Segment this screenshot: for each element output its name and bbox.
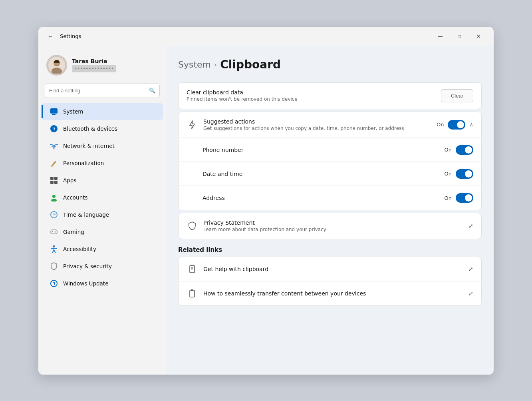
sidebar-item-update[interactable]: Windows Update bbox=[42, 275, 163, 292]
sidebar-item-network[interactable]: Network & internet bbox=[42, 138, 163, 154]
transfer-external-link-icon[interactable]: ⤢ bbox=[468, 290, 473, 297]
sidebar-item-label: System bbox=[63, 108, 83, 115]
svg-point-23 bbox=[56, 232, 56, 233]
chevron-up-icon[interactable]: ∧ bbox=[469, 122, 473, 128]
help-external-link-icon[interactable]: ⤢ bbox=[468, 266, 473, 272]
user-name: Taras Buria bbox=[72, 58, 116, 64]
titlebar-left: ← Settings bbox=[45, 31, 81, 42]
sidebar-item-personalization[interactable]: Personalization bbox=[42, 155, 163, 172]
phone-number-text: Phone number bbox=[202, 147, 439, 153]
suggested-actions-text: Suggested actions Get suggestions for ac… bbox=[203, 118, 431, 131]
privacy-statement-card: Privacy Statement Learn more about data … bbox=[178, 213, 482, 239]
phone-number-row: Phone number On bbox=[179, 138, 481, 162]
content-area: System › Clipboard Clear clipboard data … bbox=[166, 46, 494, 375]
phone-number-title: Phone number bbox=[202, 147, 439, 153]
privacy-icon bbox=[50, 262, 58, 271]
sidebar-item-label: Accessibility bbox=[63, 246, 96, 252]
window-controls: — □ ✕ bbox=[431, 30, 487, 43]
related-link-help-row[interactable]: Get help with clipboard ⤢ bbox=[179, 257, 481, 281]
svg-rect-13 bbox=[54, 181, 58, 184]
apps-icon bbox=[50, 176, 58, 185]
svg-point-29 bbox=[51, 280, 57, 287]
sidebar-item-accessibility[interactable]: Accessibility bbox=[42, 241, 163, 257]
personalization-icon bbox=[50, 159, 58, 168]
svg-rect-12 bbox=[50, 181, 54, 184]
clear-clipboard-row: Clear clipboard data Pinned items won't … bbox=[179, 83, 481, 109]
suggested-actions-row: Suggested actions Get suggestions for ac… bbox=[179, 112, 481, 138]
sidebar-item-privacy[interactable]: Privacy & security bbox=[42, 258, 163, 275]
clear-button[interactable]: Clear bbox=[441, 89, 473, 102]
svg-rect-9 bbox=[51, 165, 53, 167]
gaming-icon bbox=[50, 227, 58, 236]
phone-number-status: On bbox=[445, 147, 452, 153]
shield-icon bbox=[187, 220, 198, 231]
search-input[interactable] bbox=[49, 88, 149, 94]
date-time-text: Date and time bbox=[202, 171, 439, 177]
svg-point-15 bbox=[51, 199, 57, 201]
time-icon bbox=[50, 210, 58, 219]
svg-point-22 bbox=[55, 231, 56, 232]
address-toggle[interactable] bbox=[456, 193, 473, 203]
settings-window: ← Settings — □ ✕ bbox=[38, 27, 494, 375]
accounts-icon bbox=[50, 193, 58, 202]
help-clipboard-text: Get help with clipboard bbox=[203, 266, 463, 272]
breadcrumb-parent: System bbox=[178, 60, 211, 70]
user-info: Taras Buria •••••••••••••• bbox=[72, 58, 116, 72]
sidebar-item-label: Gaming bbox=[63, 229, 84, 235]
help-clipboard-title: Get help with clipboard bbox=[203, 266, 463, 272]
sidebar-item-label: Apps bbox=[63, 177, 76, 184]
suggested-actions-toggle[interactable] bbox=[448, 120, 465, 130]
address-row: Address On bbox=[179, 186, 481, 210]
phone-number-toggle[interactable] bbox=[456, 145, 473, 155]
sidebar-item-system[interactable]: System bbox=[42, 103, 163, 120]
suggested-actions-title: Suggested actions bbox=[203, 118, 431, 125]
date-time-toggle[interactable] bbox=[456, 169, 473, 179]
sidebar-item-gaming[interactable]: Gaming bbox=[42, 223, 163, 240]
titlebar: ← Settings — □ ✕ bbox=[38, 27, 494, 46]
transfer-right: ⤢ bbox=[468, 290, 473, 297]
sidebar-item-label: Personalization bbox=[63, 160, 104, 166]
clear-clipboard-text: Clear clipboard data Pinned items won't … bbox=[187, 89, 435, 102]
avatar bbox=[46, 55, 67, 76]
related-links-card: Get help with clipboard ⤢ How to seamles… bbox=[178, 257, 482, 306]
sidebar-item-label: Time & language bbox=[63, 211, 109, 218]
sidebar-item-label: Bluetooth & devices bbox=[63, 126, 117, 132]
privacy-statement-text: Privacy Statement Learn more about data … bbox=[203, 219, 463, 232]
date-time-row: Date and time On bbox=[179, 162, 481, 186]
suggested-actions-right: On ∧ bbox=[437, 120, 473, 130]
back-button[interactable]: ← bbox=[45, 31, 56, 42]
maximize-button[interactable]: □ bbox=[451, 30, 468, 43]
sidebar-item-time[interactable]: Time & language bbox=[42, 206, 163, 223]
user-email: •••••••••••••• bbox=[72, 65, 116, 72]
svg-rect-35 bbox=[190, 290, 195, 297]
search-box: 🔍 bbox=[45, 84, 160, 98]
external-link-icon[interactable]: ⤢ bbox=[468, 223, 473, 229]
privacy-statement-subtitle: Learn more about data protection and you… bbox=[203, 227, 463, 232]
main-content: Taras Buria •••••••••••••• 🔍 System bbox=[38, 46, 494, 375]
related-links-header: Related links bbox=[178, 246, 482, 253]
svg-rect-4 bbox=[50, 108, 58, 114]
lightning-icon bbox=[187, 119, 198, 130]
sidebar: Taras Buria •••••••••••••• 🔍 System bbox=[38, 46, 166, 375]
svg-rect-19 bbox=[51, 230, 57, 234]
svg-point-8 bbox=[53, 147, 55, 149]
privacy-statement-row[interactable]: Privacy Statement Learn more about data … bbox=[179, 213, 481, 239]
date-time-status: On bbox=[445, 171, 452, 177]
suggested-actions-card: Suggested actions Get suggestions for ac… bbox=[178, 112, 482, 210]
suggested-actions-status: On bbox=[437, 122, 444, 128]
related-link-transfer-row[interactable]: How to seamlessly transfer content betwe… bbox=[179, 281, 481, 305]
svg-line-28 bbox=[54, 250, 56, 253]
svg-point-24 bbox=[53, 245, 55, 247]
close-button[interactable]: ✕ bbox=[470, 30, 487, 43]
suggested-actions-subtitle: Get suggestions for actions when you cop… bbox=[203, 126, 431, 131]
minimize-button[interactable]: — bbox=[431, 30, 449, 43]
sidebar-item-label: Network & internet bbox=[63, 143, 115, 149]
svg-rect-10 bbox=[50, 177, 54, 180]
breadcrumb: System › Clipboard bbox=[178, 58, 482, 71]
sidebar-item-apps[interactable]: Apps bbox=[42, 172, 163, 189]
svg-line-27 bbox=[52, 250, 54, 253]
sidebar-item-accounts[interactable]: Accounts bbox=[42, 189, 163, 206]
clear-clipboard-card: Clear clipboard data Pinned items won't … bbox=[178, 82, 482, 109]
sidebar-item-bluetooth[interactable]: B Bluetooth & devices bbox=[42, 120, 163, 137]
date-time-title: Date and time bbox=[202, 171, 439, 177]
